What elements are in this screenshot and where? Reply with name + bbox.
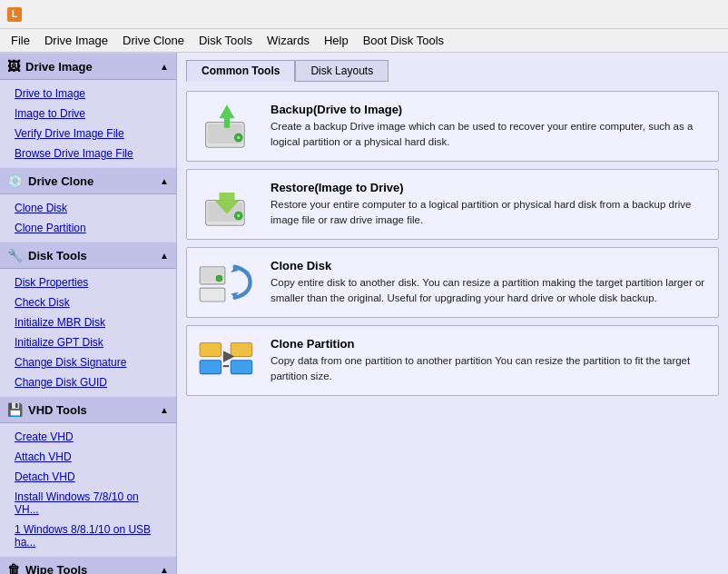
sidebar: 🖼Drive Image▲Drive to ImageImage to Driv… (0, 53, 177, 574)
svg-point-7 (237, 214, 240, 217)
wipe-tools-chevron-icon: ▲ (160, 565, 169, 575)
sidebar-item-check-disk[interactable]: Check Disk (0, 292, 176, 312)
clone-partition-title: Clone Partition (271, 337, 707, 351)
drive-clone-section-icon: 💿 (7, 173, 23, 188)
wipe-tools-section-label: Wipe Tools (25, 563, 87, 575)
sidebar-item-disk-properties[interactable]: Disk Properties (0, 272, 176, 292)
clone-partition-desc: Copy data from one partition to another … (271, 353, 707, 385)
restore-icon (198, 179, 256, 230)
svg-rect-13 (200, 361, 221, 374)
menu-item-boot-disk-tools[interactable]: Boot Disk Tools (356, 30, 451, 51)
disk-tools-chevron-icon: ▲ (160, 251, 169, 261)
backup-icon (198, 101, 256, 152)
close-button[interactable] (679, 2, 721, 27)
vhd-tools-items: Create VHDAttach VHDDetach VHDInstall Wi… (0, 423, 176, 556)
app-icon: L (7, 7, 22, 22)
drive-clone-items: Clone DiskClone Partition (0, 194, 176, 242)
sidebar-item-change-disk-guid[interactable]: Change Disk GUID (0, 372, 176, 392)
minimize-button[interactable] (592, 2, 634, 27)
sidebar-section-disk-tools[interactable]: 🔧Disk Tools▲ (0, 242, 176, 269)
disk-tools-section-label: Disk Tools (28, 249, 87, 262)
drive-image-items: Drive to ImageImage to DriveVerify Drive… (0, 80, 176, 167)
window-controls (592, 2, 721, 27)
sidebar-item-init-mbr-disk[interactable]: Initialize MBR Disk (0, 312, 176, 332)
svg-point-10 (216, 276, 221, 282)
sidebar-item-change-disk-sig[interactable]: Change Disk Signature (0, 352, 176, 372)
restore-title: Restore(Image to Drive) (271, 181, 707, 194)
sidebar-item-clone-partition[interactable]: Clone Partition (0, 218, 176, 238)
sidebar-section-vhd-tools[interactable]: 💾VHD Tools▲ (0, 396, 176, 423)
wipe-tools-section-icon: 🗑 (7, 562, 20, 574)
backup-desc: Create a backup Drive image which can be… (271, 119, 707, 151)
sidebar-item-verify-drive-image[interactable]: Verify Drive Image File (0, 124, 176, 144)
menu-item-drive-clone[interactable]: Drive Clone (115, 30, 192, 51)
disk-tools-items: Disk PropertiesCheck DiskInitialize MBR … (0, 269, 176, 396)
tab-bar: Common ToolsDisk Layouts (177, 53, 728, 82)
sidebar-item-init-gpt-disk[interactable]: Initialize GPT Disk (0, 332, 176, 352)
sidebar-section-drive-image[interactable]: 🖼Drive Image▲ (0, 53, 176, 80)
tab-common-tools[interactable]: Common Tools (186, 60, 295, 82)
sidebar-item-install-win-usb[interactable]: 1 Windows 8/8.1/10 on USB ha... (0, 520, 176, 552)
backup-info: Backup(Drive to Image)Create a backup Dr… (271, 103, 707, 151)
svg-rect-12 (200, 343, 221, 357)
sidebar-item-image-to-drive[interactable]: Image to Drive (0, 104, 176, 124)
vhd-tools-section-icon: 💾 (7, 402, 23, 417)
maximize-button[interactable] (635, 2, 677, 27)
restore-info: Restore(Image to Drive)Restore your enti… (271, 181, 707, 229)
title-bar: L (0, 0, 728, 29)
drive-clone-section-label: Drive Clone (28, 174, 93, 188)
svg-rect-11 (200, 288, 225, 302)
sidebar-item-drive-to-image[interactable]: Drive to Image (0, 84, 176, 104)
content-area: Common ToolsDisk Layouts Backup(Drive to… (177, 53, 728, 574)
svg-rect-14 (231, 343, 251, 357)
sidebar-item-attach-vhd[interactable]: Attach VHD (0, 447, 176, 467)
sidebar-item-clone-disk[interactable]: Clone Disk (0, 198, 176, 218)
drive-image-section-icon: 🖼 (7, 59, 20, 74)
drive-image-chevron-icon: ▲ (160, 62, 169, 72)
drive-clone-chevron-icon: ▲ (160, 176, 169, 186)
sidebar-section-wipe-tools[interactable]: 🗑Wipe Tools▲ (0, 556, 176, 574)
menu-item-help[interactable]: Help (317, 30, 356, 51)
clone-disk-icon (198, 257, 256, 308)
tab-disk-layouts[interactable]: Disk Layouts (295, 60, 389, 82)
menu-bar: FileDrive ImageDrive CloneDisk ToolsWiza… (0, 29, 728, 53)
menu-item-wizards[interactable]: Wizards (260, 30, 317, 51)
svg-rect-15 (231, 361, 251, 374)
restore-desc: Restore your entire computer to a logica… (271, 197, 707, 229)
clone-partition-icon (198, 335, 256, 386)
sidebar-section-drive-clone[interactable]: 💿Drive Clone▲ (0, 167, 176, 194)
tool-card-clone-partition[interactable]: Clone PartitionCopy data from one partit… (186, 325, 719, 396)
clone-partition-info: Clone PartitionCopy data from one partit… (271, 337, 707, 385)
clone-disk-info: Clone DiskCopy entire disk to another di… (271, 259, 707, 307)
drive-image-section-label: Drive Image (25, 60, 93, 74)
vhd-tools-chevron-icon: ▲ (160, 405, 169, 415)
disk-tools-section-icon: 🔧 (7, 248, 23, 262)
tool-card-restore[interactable]: Restore(Image to Drive)Restore your enti… (186, 169, 719, 240)
clone-disk-title: Clone Disk (271, 259, 707, 272)
backup-title: Backup(Drive to Image) (271, 103, 707, 116)
sidebar-item-detach-vhd[interactable]: Detach VHD (0, 467, 176, 487)
menu-item-drive-image[interactable]: Drive Image (37, 30, 115, 51)
clone-disk-desc: Copy entire disk to another disk. You ca… (271, 275, 707, 307)
tool-card-backup[interactable]: Backup(Drive to Image)Create a backup Dr… (186, 91, 719, 162)
tool-list: Backup(Drive to Image)Create a backup Dr… (177, 82, 728, 574)
sidebar-item-install-win-vhd[interactable]: Install Windows 7/8/10 on VH... (0, 487, 176, 520)
svg-point-3 (237, 136, 240, 139)
main-container: 🖼Drive Image▲Drive to ImageImage to Driv… (0, 53, 728, 574)
tool-card-clone-disk[interactable]: Clone DiskCopy entire disk to another di… (186, 247, 719, 318)
vhd-tools-section-label: VHD Tools (28, 403, 87, 417)
menu-item-disk-tools[interactable]: Disk Tools (192, 30, 260, 51)
sidebar-item-create-vhd[interactable]: Create VHD (0, 427, 176, 447)
menu-item-file[interactable]: File (4, 30, 37, 51)
sidebar-item-browse-drive-image[interactable]: Browse Drive Image File (0, 144, 176, 163)
